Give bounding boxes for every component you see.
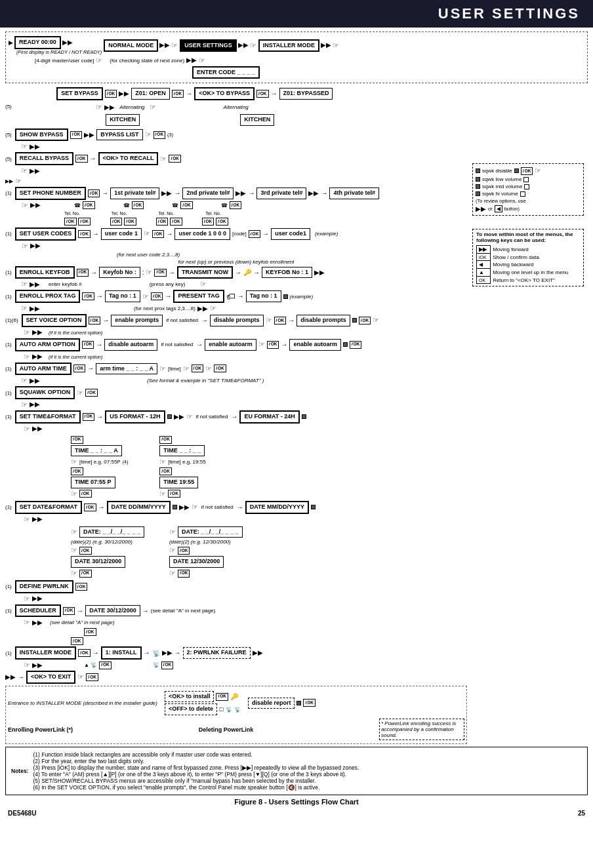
set-date-format-row: (1) DATE DD/MM/YYYY SET DATE&FORMAT OK →…: [5, 501, 467, 579]
page-number: 25: [578, 810, 585, 817]
set-bypass-label: SET BYPASS: [56, 87, 102, 100]
page-footer: DE5468U 25: [5, 808, 588, 818]
ready-node: READY 00:00: [14, 36, 61, 49]
top-nav-row: ▶ READY 00:00 ▶▶ (First display is READY…: [9, 36, 584, 55]
auto-arm-option-row: (1) AUTO ARM OPTION OK → disable autoarm…: [5, 338, 467, 361]
set-voice-row: (1)(6) SET VOICE OPTION OK → enable prom…: [5, 314, 467, 337]
enter-code-display: ENTER CODE _ _ _ _: [192, 66, 584, 79]
recall-bypass-row: (5) RECALL BYPASS OK → <OK> TO RECALL ☞ …: [5, 152, 467, 165]
set-time-format-row: (1) SET TIME&FORMAT OK → US FORMAT - 12H…: [5, 410, 467, 500]
hand-icon-1: ☞: [171, 41, 178, 50]
squawk-row: (1) SQUAWK OPTION ☞ OK ☞ ▶▶: [5, 386, 467, 409]
fwd-icon-1: ▶▶: [62, 39, 73, 46]
normal-mode-node: NORMAL MODE: [104, 39, 158, 52]
scheduler-row: (1) SCHEDULER OK → DATE DD/MM/YYYY DATE …: [5, 604, 467, 646]
ok-to-exit-row: ▶▶ → <OK> TO EXIT ☞ OK: [5, 671, 467, 684]
header: USER SETTINGS: [0, 0, 593, 28]
define-pwrlnk-row: (1) DEFINE PWRLNK OK ☞ ▶▶: [5, 580, 467, 603]
installer-mode-row: (1) INSTALLER MODE OK → 1: INSTALL → 📡 ▶…: [5, 646, 467, 669]
user-settings-node: USER SETTINGS: [180, 39, 237, 52]
enroll-keyfob-row: (1) ENROLL KEYFOB OK → Keyfob No : : ☞ O…: [5, 266, 467, 289]
auto-arm-time-row: (1) AUTO ARM TIME OK → arm time _ _ : _ …: [5, 363, 467, 385]
figure-caption: Figure 8 - Users Settings Flow Chart: [5, 798, 588, 806]
hand-icon-3: ☞: [333, 41, 339, 50]
hand-icon-2: ☞: [250, 41, 256, 50]
set-bypass-row: (5) Z01: OPEN SET BYPASS OK ▶▶ Z01: OPEN…: [5, 86, 467, 127]
notes-section: Notes: (1) Function inside black rectang…: [5, 747, 588, 795]
keys-info-box: To move within most of the menus, the fo…: [472, 229, 584, 286]
installer-mode-node: INSTALLER MODE: [258, 39, 319, 52]
model-number: DE5468U: [8, 810, 36, 817]
powerlink-row: Entrance to INSTALLER MODE (described in…: [5, 686, 467, 744]
set-phone-row: ▶▶ ☞ (1) SET PHONE NUMBER OK → 1st priva…: [5, 177, 467, 226]
enter-code-row: [4-digit master/user code] ☞ (for checki…: [35, 56, 584, 65]
squawk-options-box: sqwk disable OK ☞ sqwk low volume sqwk m…: [472, 163, 584, 216]
z01-open-node: Z01: OPEN: [131, 88, 170, 100]
show-bypass-row: (5) SHOW BYPASS OK ▶▶ BYPASS LIST ☞ OK (…: [5, 128, 467, 142]
set-user-codes-row: (1) SET USER CODES OK → user code 1 ☞ OK…: [5, 227, 467, 265]
enroll-prox-row: (1) ENROLL PROX TAG OK → Tag no : 1 ☞ OK…: [5, 290, 467, 313]
ready-sublabel: (First display is READY / NOT READY): [16, 49, 102, 55]
